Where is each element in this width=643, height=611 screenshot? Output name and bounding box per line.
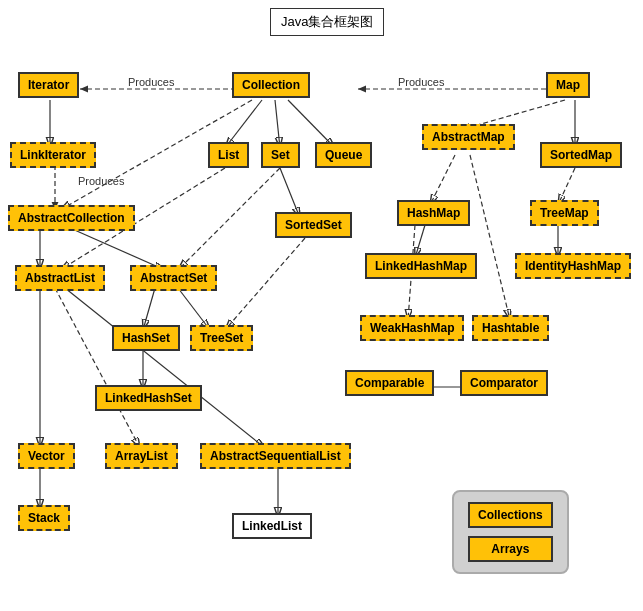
node-abstractmap: AbstractMap <box>422 124 515 150</box>
svg-line-27 <box>55 288 140 448</box>
node-hashset: HashSet <box>112 325 180 351</box>
title-box: Java集合框架图 <box>270 8 384 36</box>
svg-line-11 <box>430 155 455 205</box>
svg-line-21 <box>143 288 155 330</box>
title-text: Java集合框架图 <box>281 14 373 29</box>
node-linkiterator: LinkIterator <box>10 142 96 168</box>
svg-line-19 <box>470 155 510 320</box>
produces-label-3: Produces <box>78 175 124 187</box>
node-linkedhashset: LinkedHashSet <box>95 385 202 411</box>
node-comparator: Comparator <box>460 370 548 396</box>
node-stack: Stack <box>18 505 70 531</box>
svg-line-16 <box>178 168 280 270</box>
diagram-container: Java集合框架图 Produces Produces Produces Ite… <box>0 0 643 611</box>
node-collections: Collections <box>468 502 553 528</box>
svg-line-10 <box>280 168 300 218</box>
node-linkedhashmap: LinkedHashMap <box>365 253 477 279</box>
node-arraylist: ArrayList <box>105 443 178 469</box>
node-hashtable: Hashtable <box>472 315 549 341</box>
legend-box: Collections Arrays <box>452 490 569 574</box>
node-sortedset: SortedSet <box>275 212 352 238</box>
node-sortedmap: SortedMap <box>540 142 622 168</box>
node-weakhashmap: WeakHashMap <box>360 315 464 341</box>
node-identityhashmap: IdentityHashMap <box>515 253 631 279</box>
node-arrays: Arrays <box>468 536 553 562</box>
node-treeset: TreeSet <box>190 325 253 351</box>
node-queue: Queue <box>315 142 372 168</box>
produces-label-2: Produces <box>398 76 444 88</box>
node-list: List <box>208 142 249 168</box>
svg-line-23 <box>225 238 305 330</box>
svg-line-3 <box>225 100 262 148</box>
node-abstractset: AbstractSet <box>130 265 217 291</box>
node-abstractlist: AbstractList <box>15 265 105 291</box>
node-collection: Collection <box>232 72 310 98</box>
node-map: Map <box>546 72 590 98</box>
node-set: Set <box>261 142 300 168</box>
svg-line-4 <box>275 100 280 148</box>
node-linkedlist: LinkedList <box>232 513 312 539</box>
node-comparable: Comparable <box>345 370 434 396</box>
node-abstractcollection: AbstractCollection <box>8 205 135 231</box>
svg-line-5 <box>288 100 335 148</box>
node-iterator: Iterator <box>18 72 79 98</box>
node-abstractsequentiallist: AbstractSequentialList <box>200 443 351 469</box>
node-treemap: TreeMap <box>530 200 599 226</box>
svg-line-22 <box>178 288 210 330</box>
node-vector: Vector <box>18 443 75 469</box>
produces-label-1: Produces <box>128 76 174 88</box>
svg-line-28 <box>65 288 265 448</box>
svg-line-14 <box>70 228 165 270</box>
node-hashmap: HashMap <box>397 200 470 226</box>
